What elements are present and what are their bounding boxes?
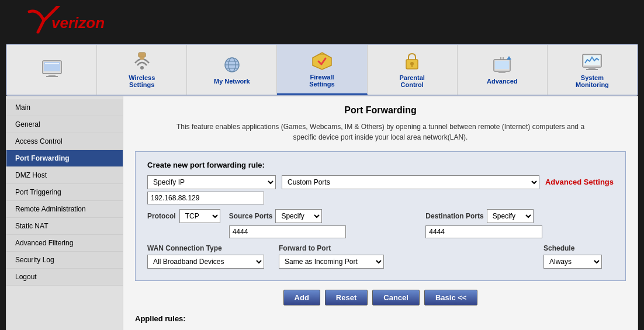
tab-parental-label2: Control <box>401 81 424 88</box>
cancel-button[interactable]: Cancel <box>372 290 420 305</box>
svg-marker-21 <box>507 56 511 60</box>
dest-ports-label: Destination Ports <box>425 212 483 220</box>
sidebar-item-advanced-filtering[interactable]: Advanced Filtering <box>6 235 123 252</box>
wan-label: WAN Connection Type <box>147 244 270 252</box>
form-row-2: Protocol TCP UDP Both Source Ports Speci… <box>147 209 614 238</box>
svg-rect-8 <box>140 57 144 60</box>
custom-ports-col: Custom Ports <box>282 175 539 189</box>
schedule-label: Schedule <box>543 244 614 252</box>
protocol-select[interactable]: TCP UDP Both <box>179 209 220 223</box>
advanced-settings-col: Advanced Settings <box>545 175 614 186</box>
svg-rect-25 <box>586 69 598 70</box>
wan-select[interactable]: All Broadband Devices WAN1 WAN2 <box>147 255 264 269</box>
sidebar-item-port-forwarding[interactable]: Port Forwarding <box>6 150 123 167</box>
tabs-container: Wireless Settings My Network Firewall Se… <box>7 45 637 95</box>
svg-rect-17 <box>411 65 413 67</box>
basic-button[interactable]: Basic << <box>424 290 478 305</box>
content-wrapper: Main General Access Control Port Forward… <box>6 96 638 330</box>
port-forwarding-form: Create new port forwarding rule: Specify… <box>135 151 626 281</box>
form-row-3: WAN Connection Type All Broadband Device… <box>147 244 614 269</box>
verizon-logo: verizon <box>12 6 105 35</box>
schedule-col: Schedule Always Custom <box>543 244 614 269</box>
page-title: Port Forwarding <box>135 105 626 116</box>
wan-col: WAN Connection Type All Broadband Device… <box>147 244 270 269</box>
tab-monitoring[interactable]: System Monitoring <box>548 45 637 95</box>
main-panel: Port Forwarding This feature enables app… <box>123 96 638 330</box>
reset-button[interactable]: Reset <box>325 290 368 305</box>
source-ports-label: Source Ports <box>229 212 273 220</box>
svg-marker-14 <box>313 53 331 70</box>
tab-monitoring-label1: System <box>581 74 604 81</box>
protocol-label: Protocol <box>147 212 176 220</box>
source-ports-specify-select[interactable]: Specify <box>275 209 322 223</box>
tab-advanced[interactable]: Advanced <box>458 45 548 95</box>
svg-rect-24 <box>588 67 595 69</box>
tab-mynetwork[interactable]: My Network <box>187 45 277 95</box>
monitoring-icon <box>580 51 604 72</box>
sidebar: Main General Access Control Port Forward… <box>6 96 123 330</box>
source-ports-input[interactable] <box>229 225 346 238</box>
advanced-settings-link[interactable]: Advanced Settings <box>545 178 614 186</box>
svg-point-6 <box>140 66 144 70</box>
sidebar-item-dmz-host[interactable]: DMZ Host <box>6 167 123 184</box>
sidebar-item-remote-administration[interactable]: Remote Administration <box>6 201 123 218</box>
custom-ports-select[interactable]: Custom Ports <box>282 175 539 189</box>
wireless-icon <box>130 51 154 72</box>
sidebar-item-static-nat[interactable]: Static NAT <box>6 218 123 235</box>
sidebar-item-access-control[interactable]: Access Control <box>6 133 123 150</box>
schedule-select[interactable]: Always Custom <box>543 255 602 269</box>
nav-tabs: Wireless Settings My Network Firewall Se… <box>6 44 638 96</box>
tab-firewall[interactable]: Firewall Settings <box>277 45 367 95</box>
tab-parental-label1: Parental <box>399 74 424 81</box>
source-ports-col: Source Ports Specify <box>229 209 417 238</box>
forward-to-select[interactable]: Same as Incoming Port Custom Port <box>279 255 384 269</box>
svg-text:verizon: verizon <box>51 14 105 32</box>
form-row-1: Specify IP Select Device Custom Ports Ad… <box>147 175 614 204</box>
applied-rules-title: Applied rules: <box>135 314 626 323</box>
tab-advanced-label1: Advanced <box>487 78 518 85</box>
sidebar-item-main[interactable]: Main <box>6 99 123 116</box>
main-icon <box>40 58 64 79</box>
dest-ports-header: Destination Ports Specify <box>425 209 614 223</box>
svg-rect-7 <box>139 53 146 57</box>
tab-wireless-label1: Wireless <box>129 74 155 81</box>
svg-rect-19 <box>495 61 509 69</box>
specify-ip-col: Specify IP Select Device <box>147 175 276 204</box>
source-ports-header: Source Ports Specify <box>229 209 417 223</box>
create-rule-label: Create new port forwarding rule: <box>147 161 614 169</box>
sidebar-item-security-log[interactable]: Security Log <box>6 252 123 269</box>
advanced-icon <box>490 55 514 75</box>
svg-rect-20 <box>498 71 505 73</box>
dest-ports-col: Destination Ports Specify <box>425 209 614 238</box>
network-icon <box>220 55 244 75</box>
firewall-icon <box>310 51 334 71</box>
sidebar-item-logout[interactable]: Logout <box>6 269 123 286</box>
specify-ip-select[interactable]: Specify IP Select Device <box>147 175 276 189</box>
svg-rect-3 <box>45 63 59 64</box>
dest-ports-specify-select[interactable]: Specify <box>487 209 534 223</box>
tab-wireless-label2: Settings <box>129 81 154 88</box>
add-button[interactable]: Add <box>283 290 320 305</box>
sidebar-item-port-triggering[interactable]: Port Triggering <box>6 184 123 201</box>
dest-ports-input[interactable] <box>425 225 542 238</box>
tab-parental[interactable]: Parental Control <box>368 45 458 95</box>
forward-to-col: Forward to Port Same as Incoming Port Cu… <box>279 244 535 269</box>
tab-monitoring-label2: Monitoring <box>576 81 609 88</box>
protocol-col: Protocol TCP UDP Both <box>147 209 220 223</box>
header: verizon <box>0 0 644 41</box>
tab-firewall-label2: Settings <box>309 81 334 88</box>
page-description: This feature enables applications (Games… <box>135 121 626 143</box>
forward-to-label: Forward to Port <box>279 244 535 252</box>
sidebar-item-general[interactable]: General <box>6 116 123 133</box>
tab-network-label1: My Network <box>214 78 250 85</box>
parental-icon <box>400 51 424 72</box>
tab-main[interactable] <box>7 45 97 95</box>
button-row: Add Reset Cancel Basic << <box>135 290 626 305</box>
tab-firewall-label1: Firewall <box>310 74 334 81</box>
tab-wireless[interactable]: Wireless Settings <box>97 45 187 95</box>
logo: verizon <box>12 6 105 35</box>
svg-rect-5 <box>46 76 58 77</box>
ip-address-input[interactable] <box>147 192 264 204</box>
